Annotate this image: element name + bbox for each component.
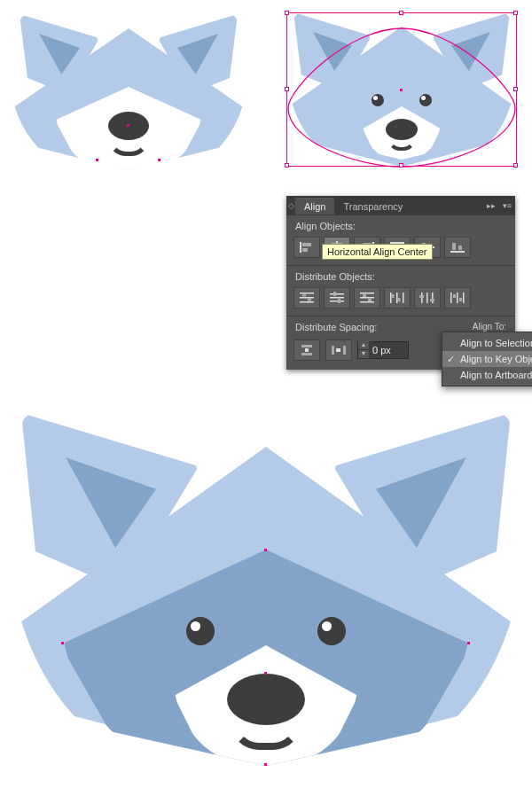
svg-rect-23 [330, 293, 344, 295]
svg-rect-53 [336, 348, 340, 352]
svg-rect-31 [363, 294, 366, 297]
dist-space-h[interactable] [325, 339, 352, 361]
row-distribute-objects [286, 285, 515, 314]
svg-rect-17 [458, 246, 462, 250]
dist-left[interactable] [384, 287, 411, 308]
dist-space-v[interactable] [293, 339, 320, 361]
label-align-to: Align To: [473, 322, 506, 332]
svg-rect-1 [302, 243, 311, 246]
menu-align-to-selection[interactable]: Align to Selection [442, 335, 532, 351]
dist-right[interactable] [444, 287, 471, 308]
spacing-field[interactable]: ▲▼ [357, 341, 409, 359]
svg-rect-52 [343, 346, 346, 355]
svg-rect-47 [459, 298, 462, 301]
svg-rect-21 [302, 294, 306, 297]
svg-rect-15 [450, 251, 465, 253]
check-icon: ✓ [447, 354, 455, 365]
svg-rect-24 [330, 297, 344, 299]
svg-rect-40 [432, 293, 434, 303]
label-distribute-objects: Distribute Objects: [286, 266, 515, 285]
tooltip-align-hcenter: Horizontal Align Center [322, 244, 433, 260]
illustration-raccoon-1 [9, 7, 248, 184]
svg-rect-35 [403, 293, 404, 303]
svg-rect-22 [308, 299, 311, 301]
stepper-down-icon[interactable]: ▼ [358, 350, 369, 359]
svg-rect-34 [396, 293, 398, 303]
panel-tabs: ◇ Align Transparency ▸▸ ▾≡ [286, 196, 515, 215]
panel-menu-icon[interactable]: ▾≡ [499, 201, 515, 210]
svg-rect-26 [333, 292, 336, 296]
illustration-raccoon-2 [286, 7, 517, 184]
svg-rect-18 [300, 293, 314, 294]
svg-rect-30 [360, 301, 374, 303]
dist-vcenter[interactable] [324, 287, 350, 308]
menu-align-to-key-object[interactable]: ✓Align to Key Object [442, 351, 532, 367]
svg-rect-28 [360, 293, 374, 294]
tab-align[interactable]: Align [295, 198, 334, 215]
svg-rect-48 [301, 345, 312, 347]
svg-rect-25 [330, 300, 344, 302]
align-panel: ◇ Align Transparency ▸▸ ▾≡ Align Objects… [286, 196, 515, 370]
svg-rect-0 [300, 242, 301, 253]
svg-rect-44 [457, 293, 458, 303]
menu-align-to-artboard[interactable]: Align to Artboard [442, 367, 532, 383]
svg-rect-36 [392, 294, 395, 298]
svg-rect-43 [450, 293, 452, 303]
illustration-raccoon-3 [7, 408, 525, 780]
stepper-up-icon[interactable]: ▲ [358, 341, 369, 350]
svg-rect-42 [430, 299, 434, 301]
svg-rect-20 [300, 301, 314, 303]
spacing-input[interactable] [369, 343, 408, 357]
svg-rect-19 [300, 297, 314, 299]
panel-collapse-icon[interactable]: ▸▸ [483, 201, 499, 210]
svg-rect-45 [463, 293, 465, 303]
dist-top[interactable] [293, 287, 320, 308]
tab-transparency[interactable]: Transparency [334, 198, 411, 215]
svg-rect-51 [332, 346, 334, 355]
svg-rect-29 [360, 297, 374, 299]
align-left[interactable] [293, 237, 320, 258]
svg-rect-41 [419, 295, 424, 298]
dist-hcenter[interactable] [414, 287, 441, 308]
svg-rect-49 [301, 353, 312, 355]
svg-rect-46 [453, 294, 456, 298]
svg-rect-16 [452, 243, 456, 250]
align-to-flyout: Align to Selection ✓Align to Key Object … [442, 332, 532, 386]
svg-rect-39 [426, 293, 428, 303]
svg-rect-37 [398, 298, 401, 301]
svg-rect-33 [390, 293, 392, 303]
svg-rect-27 [338, 299, 340, 303]
svg-rect-32 [368, 299, 372, 301]
dist-bottom[interactable] [354, 287, 380, 308]
svg-rect-50 [305, 348, 309, 352]
align-bottom[interactable] [444, 237, 471, 258]
label-align-objects: Align Objects: [286, 215, 515, 235]
svg-rect-2 [302, 248, 308, 252]
